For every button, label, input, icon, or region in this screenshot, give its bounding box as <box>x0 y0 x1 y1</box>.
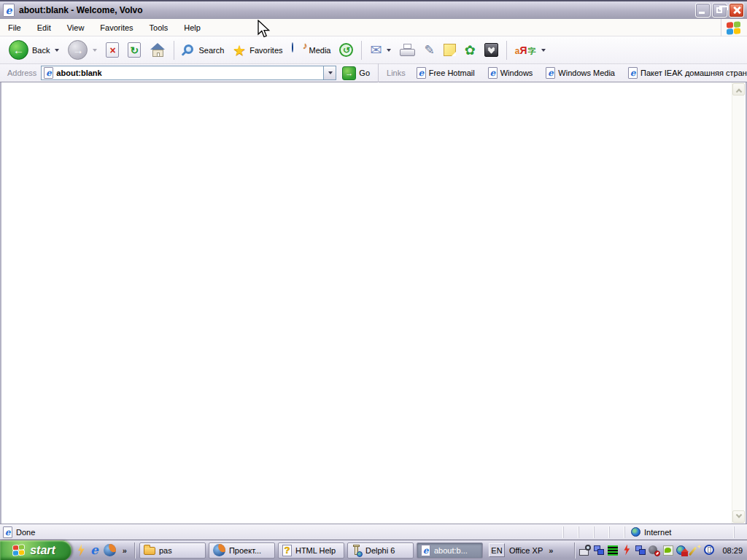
status-bar: e Done Internet <box>0 524 747 540</box>
help-icon: ? <box>282 545 292 556</box>
link-label: Free Hotmail <box>429 69 475 77</box>
print-button[interactable] <box>395 42 419 59</box>
menu-view[interactable]: View <box>59 20 93 35</box>
media-button[interactable]: ♪ Media <box>287 41 336 59</box>
icq-flower-icon: ✿ <box>465 44 476 57</box>
refresh-button[interactable]: ↻ <box>123 40 145 60</box>
traffic-monitor-icon[interactable] <box>607 545 619 556</box>
address-combo[interactable]: e <box>41 66 336 80</box>
status-pane <box>594 526 609 538</box>
desktop: e about:blank - Welcome, Volvo File Edit… <box>0 0 747 560</box>
resize-grip <box>734 526 744 538</box>
mail-dropdown-icon[interactable] <box>387 49 391 52</box>
sticky-note-icon <box>444 44 456 56</box>
stop-button[interactable]: × <box>101 40 123 60</box>
tray-divider <box>574 542 575 559</box>
task-button-proekt[interactable]: Проект... <box>209 542 275 559</box>
ie-page-icon: e <box>421 545 430 556</box>
firefox-icon[interactable] <box>104 544 116 556</box>
nvidia-settings-icon[interactable] <box>662 545 674 556</box>
task-label: Delphi 6 <box>365 546 395 555</box>
search-icon <box>184 44 193 54</box>
network-connection-icon[interactable] <box>593 545 605 556</box>
link-ieak-homepage[interactable]: e Пакет IEAK домашняя страница <box>628 67 747 79</box>
go-arrow-icon: → <box>345 69 353 77</box>
forward-button[interactable]: → <box>63 38 101 62</box>
restore-button[interactable] <box>712 3 727 18</box>
ie-page-icon: e <box>3 4 15 17</box>
link-free-hotmail[interactable]: e Free Hotmail <box>417 67 475 79</box>
ie-page-icon: e <box>628 67 638 79</box>
task-label: HTML Help <box>295 546 336 555</box>
task-label: pas <box>159 546 172 555</box>
network-connection-icon[interactable] <box>635 545 646 556</box>
taskbar: start e » pas Проект... ? HTML Help <box>0 540 747 560</box>
task-button-aboutblank-active[interactable]: e about:b... <box>417 542 483 559</box>
history-button[interactable]: ↺ <box>335 41 357 59</box>
scroll-down-button[interactable] <box>732 510 745 523</box>
magic-wand-icon[interactable] <box>690 545 702 556</box>
quick-launch: e » <box>71 544 133 556</box>
keyboard-layout-switcher-icon[interactable] <box>579 545 591 556</box>
address-dropdown-button[interactable] <box>323 66 336 79</box>
media-icon: ♪ <box>292 43 306 57</box>
task-button-pas[interactable]: pas <box>139 542 206 559</box>
favorites-star-icon: ★ <box>233 43 246 58</box>
menu-favorites[interactable]: Favorites <box>92 20 141 35</box>
taskbar-divider <box>134 542 135 559</box>
language-bar-overflow-chevron[interactable]: » <box>549 546 553 555</box>
favorites-button[interactable]: ★ Favorites <box>228 41 287 60</box>
mail-button[interactable]: ✉ <box>365 41 395 59</box>
task-label: Проект... <box>229 546 261 555</box>
sticky-note-button[interactable] <box>439 42 460 58</box>
translate-button[interactable]: аЯ字 <box>511 43 550 58</box>
back-button[interactable]: ← Back <box>4 38 63 62</box>
back-icon: ← <box>9 40 28 60</box>
vertical-scrollbar[interactable] <box>732 82 744 524</box>
download-manager-lightning-icon[interactable] <box>621 545 632 556</box>
back-dropdown-icon[interactable] <box>55 49 59 52</box>
status-pane <box>578 526 594 538</box>
winamp-lightning-icon[interactable] <box>77 544 85 556</box>
forward-dropdown-icon <box>93 49 97 52</box>
go-label: Go <box>359 69 370 77</box>
close-icon <box>732 6 741 15</box>
home-button[interactable] <box>145 41 170 60</box>
menu-help[interactable]: Help <box>176 20 209 35</box>
link-windows-media[interactable]: e Windows Media <box>546 67 615 79</box>
task-button-html-help[interactable]: ? HTML Help <box>278 542 344 559</box>
menu-file[interactable]: File <box>0 20 29 35</box>
delphi-icon <box>352 545 362 556</box>
minimize-button[interactable] <box>695 3 711 18</box>
start-button[interactable]: start <box>0 540 71 560</box>
close-button[interactable] <box>729 3 744 18</box>
translate-dropdown-icon[interactable] <box>541 49 546 52</box>
link-label: Windows Media <box>558 69 615 77</box>
search-button[interactable]: Search <box>178 41 228 59</box>
restore-icon <box>716 7 722 13</box>
menu-bar: File Edit View Favorites Tools Help <box>0 19 747 36</box>
edit-button[interactable]: ✎ <box>419 42 438 58</box>
internet-explorer-icon[interactable]: e <box>90 544 98 556</box>
address-input[interactable] <box>56 69 323 77</box>
folder-icon <box>144 547 155 555</box>
go-button[interactable]: → <box>342 66 356 80</box>
scheduler-document-icon[interactable] <box>704 545 716 556</box>
download-chevrons-button[interactable] <box>480 41 503 59</box>
language-bar-title: Office XP <box>509 546 543 555</box>
globe-home-icon[interactable] <box>676 545 688 556</box>
status-pane <box>563 526 578 538</box>
firefox-icon <box>213 544 225 556</box>
chevron-down-icon <box>735 511 741 517</box>
menu-tools[interactable]: Tools <box>142 20 177 35</box>
task-button-delphi[interactable]: Delphi 6 <box>347 542 414 559</box>
quick-launch-overflow-chevron[interactable]: » <box>123 546 127 555</box>
menu-edit[interactable]: Edit <box>29 20 59 35</box>
icq-button[interactable]: ✿ <box>460 42 480 59</box>
blocked-status-icon[interactable] <box>649 545 660 556</box>
page-content <box>0 82 747 524</box>
language-indicator[interactable]: EN <box>489 543 505 557</box>
link-windows[interactable]: e Windows <box>488 67 533 79</box>
ie-page-icon: e <box>44 67 53 79</box>
scroll-up-button[interactable] <box>732 83 745 96</box>
